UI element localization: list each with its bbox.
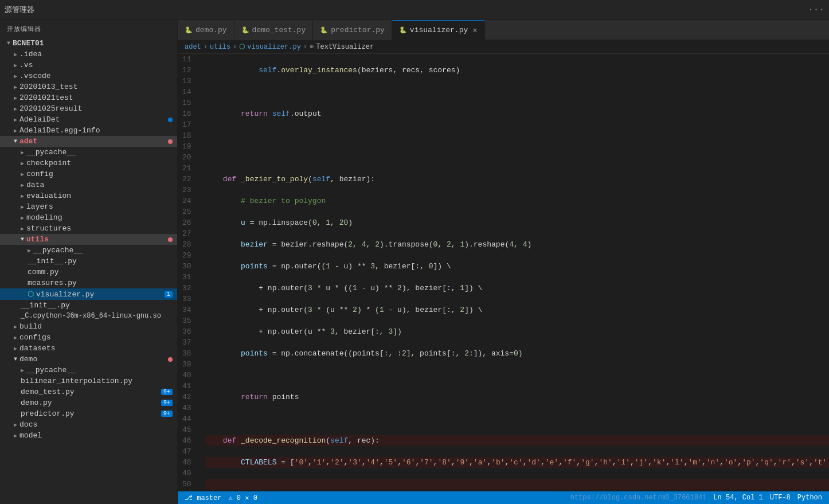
line-numbers: 11 12 13 14 15 16 17 18 19 20 21 22 23 2… [178, 54, 196, 491]
encoding: UTF-8 [770, 494, 791, 502]
breadcrumb-func-icon: ⊕ [310, 42, 314, 51]
sidebar-item-adelaidet[interactable]: ▶ AdelaiDet [0, 114, 177, 125]
folder-arrow-root: ▼ [7, 40, 10, 46]
error-count: ⚠ 0 ✕ 0 [228, 494, 257, 502]
code-line-30 [205, 479, 829, 490]
sidebar-item-build[interactable]: ▶ build [0, 321, 177, 332]
sidebar-item-pycache2[interactable]: ▶ __pycache__ [0, 245, 177, 256]
project-root[interactable]: ▼ BCNET01 [0, 38, 177, 49]
project-name: BCNET01 [13, 39, 44, 48]
code-line-17: # bezier to polygon [205, 196, 829, 206]
file-tree: ▼ BCNET01 ▶ .idea ▶ .vs ▶ .vscode ▶ 2020… [0, 38, 177, 504]
adet-dot [168, 139, 173, 144]
breadcrumb-visualizer[interactable]: visualizer.py [247, 43, 301, 51]
sidebar-item-20201025[interactable]: ▶ 20201025result [0, 103, 177, 114]
sidebar-item-measures-py[interactable]: measures.py [0, 278, 177, 288]
sidebar-item-demo-test-py[interactable]: demo_test.py 9+ [0, 386, 177, 397]
code-line-24: points = np.concatenate((points[:, :2], … [205, 348, 829, 359]
predictor-badge: 9+ [161, 411, 173, 417]
sidebar-item-init-py[interactable]: __init__.py [0, 256, 177, 267]
utils-dot [168, 237, 173, 242]
sidebar-item-utils[interactable]: ▼ utils [0, 234, 177, 245]
status-right: https://blog.csdn.net/m0_37661841 Ln 54,… [570, 494, 822, 502]
sidebar-item-vscode[interactable]: ▶ .vscode [0, 71, 177, 81]
breadcrumb: adet › utils › ⬡ visualizer.py › ⊕ TextV… [178, 40, 829, 54]
code-line-21: + np.outer(3 * u * ((1 - u) ** 2), bezie… [205, 283, 829, 294]
demo-badge: 9+ [161, 400, 173, 406]
code-line-19: bezier = bezier.reshape(2, 4, 2).transpo… [205, 239, 829, 250]
tab-py-icon3: 🐍 [320, 26, 328, 34]
sidebar-item-checkpoint[interactable]: ▶ checkpoint [0, 158, 177, 169]
sidebar-item-adelaidet-egg[interactable]: ▶ AdelaiDet.egg-info [0, 125, 177, 136]
sidebar-item-cpython[interactable]: _C.cpython-36m-x86_64-linux-gnu.so [0, 311, 177, 321]
tab-py-icon2: 🐍 [241, 26, 249, 34]
visualizer-badge: 1 [165, 291, 173, 298]
breadcrumb-textvisualizer[interactable]: TextVisualizer [316, 43, 374, 51]
top-bar: 源管理器 ··· [0, 0, 829, 20]
sidebar-item-20201021[interactable]: ▶ 20201021test [0, 92, 177, 103]
tab-demo-py[interactable]: 🐍 demo.py [178, 20, 234, 40]
adet-label: adet [19, 137, 37, 146]
sidebar-item-predictor-py[interactable]: predictor.py 9+ [0, 408, 177, 419]
sidebar-item-demo-py[interactable]: demo.py 9+ [0, 397, 177, 408]
sidebar-item-datasets[interactable]: ▶ datasets [0, 343, 177, 354]
top-bar-menu-dots[interactable]: ··· [808, 5, 824, 15]
breadcrumb-utils[interactable]: utils [210, 43, 230, 51]
top-bar-title: 源管理器 [5, 5, 34, 15]
sidebar-item-init2-py[interactable]: __init__.py [0, 300, 177, 311]
sidebar-item-pycache3[interactable]: ▶ __pycache__ [0, 365, 177, 376]
sidebar-item-20201013[interactable]: ▶ 20201013_test [0, 81, 177, 92]
status-left: ⎇ master ⚠ 0 ✕ 0 [185, 494, 257, 502]
tab-demo-test-py[interactable]: 🐍 demo_test.py [234, 20, 314, 40]
sidebar-item-visualizer-py[interactable]: ⬡ visualizer.py 1 [0, 288, 177, 300]
sidebar-item-idea[interactable]: ▶ .idea [0, 49, 177, 60]
sidebar-item-config[interactable]: ▶ config [0, 169, 177, 179]
git-branch: ⎇ master [185, 494, 221, 502]
sidebar-item-model[interactable]: ▶ model [0, 430, 177, 441]
sidebar-item-bilinear[interactable]: bilinear_interpolation.py [0, 376, 177, 386]
sidebar-item-pycache1[interactable]: ▶ __pycache__ [0, 147, 177, 158]
tab-close-icon[interactable]: ✕ [472, 25, 477, 35]
code-line-12 [205, 87, 829, 97]
sidebar-item-demo[interactable]: ▼ demo [0, 354, 177, 365]
code-line-15 [205, 152, 829, 163]
breadcrumb-file-icon: ⬡ [239, 42, 245, 51]
demo-test-badge: 9+ [161, 389, 173, 395]
sidebar-item-adet[interactable]: ▼ adet [0, 136, 177, 147]
visualizer-py-label: visualizer.py [36, 290, 94, 299]
breadcrumb-adet[interactable]: adet [185, 43, 201, 51]
py-icon: ⬡ [28, 290, 34, 299]
code-line-13: return self.output [205, 108, 829, 119]
editor-area: 🐍 demo.py 🐍 demo_test.py 🐍 predictor.py … [178, 20, 829, 504]
sidebar-item-modeling[interactable]: ▶ modeling [0, 212, 177, 223]
code-line-29: CTLABELS = ['0','1','2','3','4','5','6',… [205, 457, 829, 468]
sidebar-item-docs[interactable]: ▶ docs [0, 419, 177, 430]
main-layout: 开放编辑器 ▼ BCNET01 ▶ .idea ▶ .vs ▶ .vscode … [0, 20, 829, 504]
code-line-22: + np.outer(3 * (u ** 2) * (1 - u), bezie… [205, 304, 829, 315]
code-line-26: return points [205, 392, 829, 403]
code-editor-scroll[interactable]: 11 12 13 14 15 16 17 18 19 20 21 22 23 2… [178, 54, 829, 491]
status-bar: ⎇ master ⚠ 0 ✕ 0 https://blog.csdn.net/m… [178, 491, 829, 504]
tab-demo-label: demo.py [195, 26, 227, 34]
tab-visualizer-py[interactable]: 🐍 visualizer.py ✕ [392, 20, 485, 40]
sidebar-item-comm-py[interactable]: comm.py [0, 267, 177, 278]
code-line-11: self.overlay_instances(beziers, recs, sc… [205, 65, 829, 76]
tab-predictor-py[interactable]: 🐍 predictor.py [313, 20, 392, 40]
tab-visualizer-label: visualizer.py [410, 26, 468, 34]
code-content[interactable]: self.overlay_instances(beziers, recs, sc… [196, 54, 829, 491]
open-editor-label: 开放编辑器 [7, 25, 41, 33]
code-line-18: u = np.linspace(0, 1, 20) [205, 217, 829, 228]
tabs-bar: 🐍 demo.py 🐍 demo_test.py 🐍 predictor.py … [178, 20, 829, 40]
sidebar-item-layers[interactable]: ▶ layers [0, 201, 177, 212]
sidebar-item-vs[interactable]: ▶ .vs [0, 60, 177, 71]
sidebar: 开放编辑器 ▼ BCNET01 ▶ .idea ▶ .vs ▶ .vscode … [0, 20, 178, 504]
tab-demo-test-label: demo_test.py [252, 26, 306, 34]
code-line-27 [205, 413, 829, 424]
file-type: Python [797, 494, 822, 502]
sidebar-item-structures[interactable]: ▶ structures [0, 223, 177, 234]
code-line-20: points = np.outer((1 - u) ** 3, bezier[:… [205, 261, 829, 272]
sidebar-item-configs[interactable]: ▶ configs [0, 332, 177, 343]
tab-py-icon4: 🐍 [399, 26, 407, 34]
sidebar-item-data[interactable]: ▶ data [0, 179, 177, 190]
sidebar-item-evaluation[interactable]: ▶ evaluation [0, 190, 177, 201]
